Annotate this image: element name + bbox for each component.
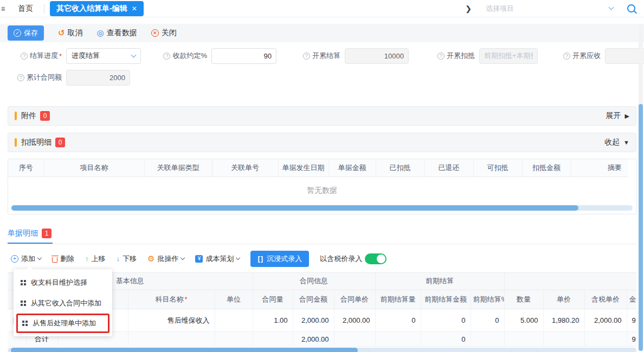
column-header: 前期结算金额 [421, 290, 471, 309]
move-down-label: 下移 [123, 254, 137, 264]
accum-deduct-placeholder: 前期扣抵+本期扣抵 [484, 51, 533, 61]
price-cell[interactable]: 2,000.00 [334, 309, 375, 332]
column-header: 关联单据类型 [144, 159, 212, 177]
menu-item-subject-select[interactable]: 收支科目维护选择 [14, 272, 112, 293]
add-button[interactable]: + 添加 [11, 254, 41, 264]
view-data-button[interactable]: ◎ 查看数据 [97, 28, 137, 38]
view-data-label: 查看数据 [107, 28, 137, 38]
collapse-down-icon: ▼ [623, 139, 629, 146]
group-contract-info: 合同信息 [253, 273, 375, 290]
payment-pct-value: 90 [264, 52, 272, 60]
delete-button[interactable]: 删除 [52, 254, 74, 264]
menu-item-from-aftersales[interactable]: 从售后处理单中添加 [16, 314, 110, 333]
column-header: 合同金额 [293, 290, 334, 309]
tab-close-icon[interactable]: ✕ [132, 5, 137, 12]
field-payment-pct: ? 收款约定% 90 [157, 48, 276, 64]
arrow-up-icon: ↑ [85, 255, 89, 263]
accum-receivable-label: 开累应收 [572, 51, 601, 61]
gear-icon: ⚙ [147, 254, 154, 264]
scrollbar-thumb[interactable] [639, 104, 643, 351]
cur-price-cell[interactable]: 1,980.20 [543, 309, 584, 332]
total-prev-amount-cell: 0 [421, 332, 471, 347]
scrollbar-thumb[interactable] [11, 348, 358, 352]
required-mark: * [184, 295, 187, 303]
tab-active[interactable]: 其它收入结算单-编辑 ✕ [50, 1, 144, 16]
amount-cell[interactable]: 2,000.00 [293, 309, 334, 332]
unit-cell[interactable] [215, 309, 253, 332]
menu-item-label: 从其它收入合同中添加 [31, 298, 101, 308]
header-form: ? 结算进度 * 进度结算 ? 收款约定% 90 [0, 42, 644, 86]
payment-pct-input[interactable]: 90 [211, 48, 276, 64]
detail-toolbar: + 添加 删除 ↑ 上移 ↓ 下移 ⚙ 批操作 ¥ 成本策划 [] 沉浸式录入 [11, 251, 636, 267]
cur-tax-price-cell[interactable]: 2,000.00 [584, 309, 627, 332]
tab-home[interactable]: 首页 [10, 4, 41, 14]
chevron-down-icon [131, 52, 137, 57]
cancel-label: 取消 [68, 28, 83, 38]
scrollbar-thumb[interactable] [11, 205, 578, 211]
collapse-label: 收起 [604, 138, 620, 147]
tab-detail[interactable]: 单据明细 1 [8, 229, 53, 244]
tax-entry-toggle[interactable] [365, 253, 387, 264]
menu-icon[interactable]: ≡ [1, 4, 5, 13]
chevron-right-icon[interactable]: ❯ [465, 4, 472, 13]
field-accum-deduct: ? 开累扣抵 前期扣抵+本期扣抵 [434, 48, 538, 64]
cur-amount-cell[interactable]: 9,9 [627, 309, 636, 332]
deduction-collapse-button[interactable]: 收起 ▼ [604, 138, 629, 147]
prev-amount-cell[interactable]: 0 [421, 309, 471, 332]
chevron-down-icon [609, 5, 614, 10]
grid-icon [21, 280, 23, 282]
attachments-expand-button[interactable]: 展开 ▶ [606, 111, 629, 121]
subject-cell[interactable]: 售后维保收入 [128, 309, 215, 332]
close-button[interactable]: ✕ 关闭 [151, 28, 177, 38]
column-header: 科目名称* [128, 290, 215, 309]
save-button[interactable]: ✓ 保存 [8, 25, 44, 41]
save-label: 保存 [24, 28, 38, 38]
help-icon: ? [21, 53, 28, 60]
column-header: 前期结算量 [375, 290, 421, 309]
column-header: 前期结算% [471, 290, 504, 309]
cancel-button[interactable]: ↺ 取消 [58, 28, 83, 38]
page: ≡ 首页 其它收入结算单-编辑 ✕ ❯ 选择项目 ✓ 保存 ↺ 取消 ◎ 查看数… [0, 0, 644, 352]
move-down-button[interactable]: ↓ 下移 [117, 254, 137, 264]
move-up-button[interactable]: ↑ 上移 [85, 254, 106, 264]
qty-cell[interactable]: 1.00 [253, 309, 293, 332]
immersive-label: 沉浸式录入 [267, 254, 302, 264]
tax-entry-switch-group: 以含税价录入 [320, 253, 387, 264]
column-header: 摘要 [571, 159, 628, 177]
undo-icon: ↺ [58, 28, 65, 38]
detail-tab-bar: 单据明细 1 [8, 229, 636, 244]
tab-bar: ≡ 首页 其它收入结算单-编辑 ✕ ❯ 选择项目 [0, 0, 644, 17]
accum-contract-value: 2000 [110, 74, 125, 82]
help-icon: ? [563, 53, 570, 60]
detail-count-badge: 1 [42, 229, 51, 238]
column-header: 已扣抵 [376, 159, 424, 177]
deduction-hscrollbar [11, 205, 633, 211]
deduction-table: 序号 项目名称 关联单据类型 关联单号 单据发生日期 单据金额 已扣抵 已退还 … [8, 159, 636, 214]
field-settle-progress: ? 结算进度 * 进度结算 [11, 48, 141, 64]
add-label: 添加 [21, 254, 35, 264]
project-select[interactable]: 选择项目 [480, 1, 619, 16]
detail-hscrollbar [8, 348, 636, 352]
payment-pct-label: 收款约定% [172, 51, 207, 61]
move-up-label: 上移 [92, 254, 106, 264]
tab-separator [44, 4, 44, 13]
column-header: 可扣抵 [473, 159, 522, 177]
help-icon: ? [303, 53, 310, 60]
batch-operation-button[interactable]: ⚙ 批操作 [147, 254, 184, 264]
search-icon[interactable] [627, 4, 635, 12]
menu-item-from-income-contract[interactable]: 从其它收入合同中添加 [14, 293, 112, 314]
settle-progress-value: 进度结算 [72, 51, 100, 61]
cur-qty-cell[interactable]: 5.000 [504, 309, 543, 332]
arrow-down-icon: ↓ [117, 255, 120, 263]
prev-qty-cell[interactable]: 0 [375, 309, 421, 332]
menu-item-label: 从售后处理单中添加 [33, 318, 96, 328]
immersive-entry-button[interactable]: [] 沉浸式录入 [250, 251, 309, 267]
deduction-header-row: 序号 项目名称 关联单据类型 关联单号 单据发生日期 单据金额 已扣抵 已退还 … [8, 159, 628, 177]
column-header: 单价 [543, 290, 584, 309]
column-header: 含税单价 [584, 290, 627, 309]
group-prev-settle: 前期结算 [375, 273, 504, 290]
field-accum-settle: ? 开累结算 10000 [299, 48, 409, 64]
cost-plan-button[interactable]: ¥ 成本策划 [195, 254, 240, 264]
prev-pct-cell[interactable]: 0 [471, 309, 504, 332]
settle-progress-select[interactable]: 进度结算 [66, 48, 141, 64]
